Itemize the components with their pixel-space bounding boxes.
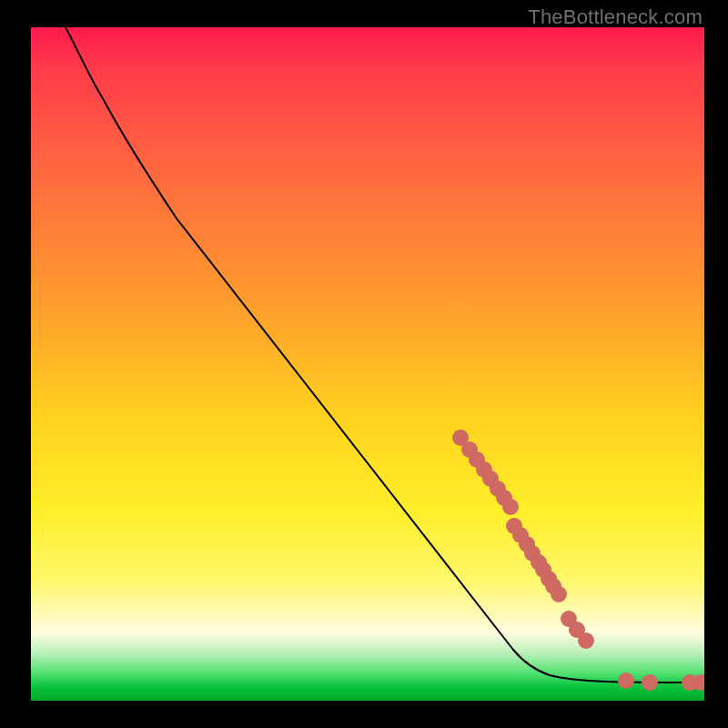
marker-dot xyxy=(642,674,658,691)
marker-dot xyxy=(551,586,567,602)
marker-dot xyxy=(578,632,594,649)
marker-group xyxy=(452,430,704,691)
curve-line xyxy=(66,27,704,682)
watermark-text: TheBottleneck.com xyxy=(528,5,703,29)
marker-dot xyxy=(502,499,519,515)
chart-overlay xyxy=(31,27,704,701)
chart-frame: TheBottleneck.com xyxy=(0,0,728,728)
marker-dot xyxy=(618,672,634,689)
plot-area xyxy=(31,27,704,701)
